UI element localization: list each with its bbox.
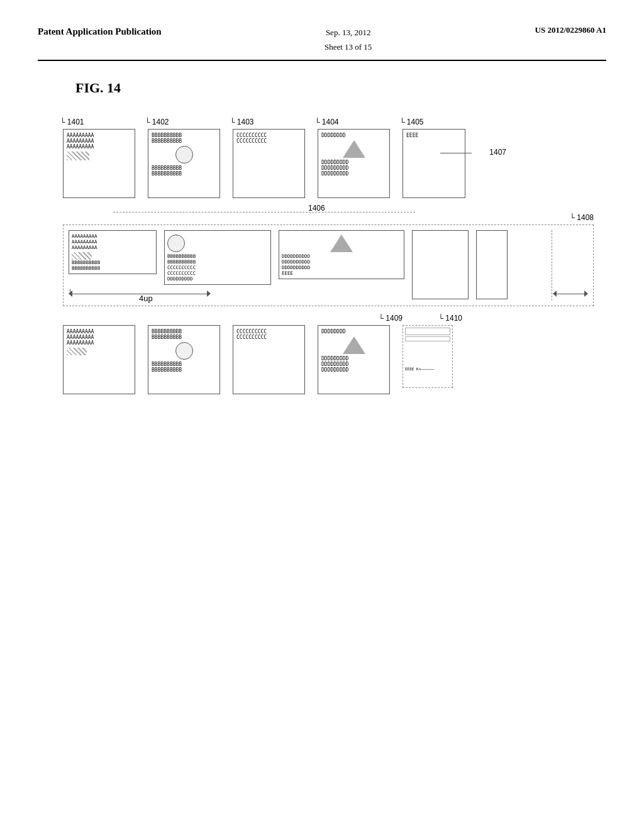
mp-right-line3: DDDDDDDDDD: [282, 265, 401, 270]
card1404-line2: DDDDDDDDD: [321, 160, 386, 165]
card-1401-wrapper: └ 1401 AAAAAAAAA AAAAAAAAA AAAAAAAAA: [63, 129, 142, 198]
card-r3-3: CCCCCCCCCC CCCCCCCCCC: [233, 325, 305, 394]
r3c5-eeee: EEEE K<——————: [405, 367, 450, 371]
card1403-line2: CCCCCCCCCC: [236, 138, 301, 144]
r3c1-line1: AAAAAAAAA: [67, 329, 131, 335]
card1404-line3: DDDDDDDDD: [321, 165, 386, 171]
mp-left-line4: BBBBBBBBBB: [72, 260, 153, 265]
mp-mid-line2: BBBBBBBBBB: [167, 259, 268, 265]
r3c3-line2: CCCCCCCCCC: [236, 335, 301, 340]
page: Patent Application Publication Sep. 13, …: [0, 0, 644, 830]
ref-1402: └ 1402: [145, 118, 169, 126]
card1402-line1: BBBBBBBBBB: [152, 133, 216, 138]
card-row3-c: CCCCCCCCCC CCCCCCCCCC: [233, 325, 311, 394]
r3c1-line2: AAAAAAAAA: [67, 335, 131, 340]
card-row3-d-wrapper: └ 1409 DDDDDDDD DDDDDDDDD DDDDDDDDD DDDD…: [318, 325, 396, 394]
row3: AAAAAAAAA AAAAAAAAA AAAAAAAAA BBBBBBBBBB…: [63, 311, 594, 394]
date: Sep. 13, 2012: [326, 28, 371, 37]
r3c4-line1: DDDDDDDD: [321, 329, 386, 335]
ref-1406-label: 1406: [308, 204, 325, 213]
r3c4-line4: DDDDDDDDD: [321, 367, 386, 373]
arrow-head-right2: [584, 290, 588, 297]
mp-left-line2: AAAAAAAAA: [72, 239, 153, 245]
r3c3-line1: CCCCCCCCCC: [236, 329, 301, 335]
card1402-circle: [175, 146, 193, 163]
card-1404: DDDDDDDD DDDDDDDDD DDDDDDDDD DDDDDDDDD: [318, 129, 390, 198]
ref-1406-area: 1406: [63, 202, 594, 213]
ref-1408: └ 1408: [569, 213, 594, 222]
card-r3-1: AAAAAAAAA AAAAAAAAA AAAAAAAAA: [63, 325, 135, 394]
mp-left-line3: AAAAAAAAA: [72, 245, 153, 250]
r3c4-line3: DDDDDDDDD: [321, 362, 386, 367]
card1403-line1: CCCCCCCCCC: [236, 133, 301, 138]
ref-1403: └ 1403: [230, 118, 254, 126]
card1402-line3: BBBBBBBBBB: [152, 165, 216, 171]
mp-mid-line4: CCCCCCCCCC: [167, 270, 268, 276]
card-r3-5-area: EEEE K<——————: [402, 325, 456, 394]
card-r3-2: BBBBBBBBBB BBBBBBBBBB BBBBBBBBBB BBBBBBB…: [148, 325, 220, 394]
mp-left-line5: BBBBBBBBBB: [72, 265, 153, 271]
merged-page-mid: BBBBBBBBBB BBBBBBBBBB CCCCCCCCCC CCCCCCC…: [164, 230, 271, 285]
ref-1407-line: [440, 153, 472, 153]
header-center: Sep. 13, 2012 Sheet 13 of 15: [325, 25, 372, 55]
mp-left-line1: AAAAAAAAA: [72, 233, 153, 239]
card1401-hatch: [67, 152, 89, 160]
sheet-info: Sheet 13 of 15: [325, 42, 372, 52]
card-1405: EEEE: [402, 129, 465, 198]
merged-page-blank2: [476, 230, 508, 299]
card-1405-wrapper: └ 1405 EEEE 1407: [402, 129, 472, 198]
ref-1409: └ 1409: [378, 314, 402, 323]
arrow-head-left2: [553, 290, 557, 297]
sep-v: [552, 230, 552, 301]
r3c4-triangle: [343, 336, 365, 354]
r3c5-sub1: [405, 328, 450, 335]
ref-1407: 1407: [489, 148, 506, 157]
card1404-line1: DDDDDDDD: [321, 133, 386, 138]
mp-right-eeee: EEEE: [282, 270, 401, 276]
card-r3-5: EEEE K<——————: [402, 325, 453, 388]
diagram-area: └ 1401 AAAAAAAAA AAAAAAAAA AAAAAAAAA └ 1…: [63, 115, 594, 394]
card-1403: CCCCCCCCCC CCCCCCCCCC: [233, 129, 305, 198]
header-right: US 2012/0229860 A1: [535, 25, 606, 35]
header-left: Patent Application Publication: [38, 25, 162, 38]
r3c5-sub2: [405, 336, 450, 341]
ref-1401: └ 1401: [60, 118, 84, 126]
figure-title: FIG. 14: [75, 80, 606, 96]
card-1402-wrapper: └ 1402 BBBBBBBBBB BBBBBBBBBB BBBBBBBBBB …: [148, 129, 226, 198]
mp-mid-line5: DDDDDDDDD: [167, 276, 268, 282]
merged-page-blank1: [412, 230, 469, 299]
card1405-line1: EEEE: [406, 133, 462, 138]
arrow-head-left: [69, 290, 72, 297]
mp-right-line1: DDDDDDDDDD: [282, 253, 401, 259]
mp-mid-line3: CCCCCCCCCC: [167, 265, 268, 270]
card1401-line2: AAAAAAAAA: [67, 138, 131, 144]
r3c2-circle: [175, 342, 193, 360]
r3c4-line2: DDDDDDDDD: [321, 356, 386, 362]
r3c1-hatch: [67, 348, 87, 355]
card1401-line3: AAAAAAAAA: [67, 144, 131, 150]
card-row3-b: BBBBBBBBBB BBBBBBBBBB BBBBBBBBBB BBBBBBB…: [148, 325, 226, 394]
mp-mid-circle: [167, 235, 185, 252]
mp-left-hatch: [72, 252, 92, 260]
card-row3-a: AAAAAAAAA AAAAAAAAA AAAAAAAAA: [63, 325, 142, 394]
header: Patent Application Publication Sep. 13, …: [38, 25, 606, 61]
card1402-line2: BBBBBBBBBB: [152, 138, 216, 144]
mp-mid-line1: BBBBBBBBBB: [167, 253, 268, 259]
arrow-right: [555, 294, 587, 294]
merged-page-right: DDDDDDDDDD DDDDDDDDDD DDDDDDDDDD EEEE: [279, 230, 404, 279]
r3c2-line1: BBBBBBBBBB: [152, 329, 216, 335]
ref-1406-line: [113, 212, 415, 213]
card-row3-e-wrapper: └ 1410 EEEE K<——————: [402, 325, 456, 394]
r3c2-line2: BBBBBBBBBB: [152, 335, 216, 340]
arrow-head-right: [207, 290, 211, 297]
r3c2-line4: BBBBBBBBBB: [152, 367, 216, 373]
patent-number: US 2012/0229860 A1: [535, 25, 606, 35]
row1: └ 1401 AAAAAAAAA AAAAAAAAA AAAAAAAAA └ 1…: [63, 115, 594, 198]
row2-area: └ 1408 AAAAAAAAA AAAAAAAAA AAAAAAAAA BBB…: [63, 224, 594, 306]
r3c2-line3: BBBBBBBBBB: [152, 362, 216, 367]
mp-right-triangle: [330, 235, 353, 252]
card1404-line4: DDDDDDDDD: [321, 171, 386, 177]
r3c1-line3: AAAAAAAAA: [67, 340, 131, 346]
fourUp-label: 4up: [139, 294, 153, 303]
card-1402: BBBBBBBBBB BBBBBBBBBB BBBBBBBBBB BBBBBBB…: [148, 129, 220, 198]
